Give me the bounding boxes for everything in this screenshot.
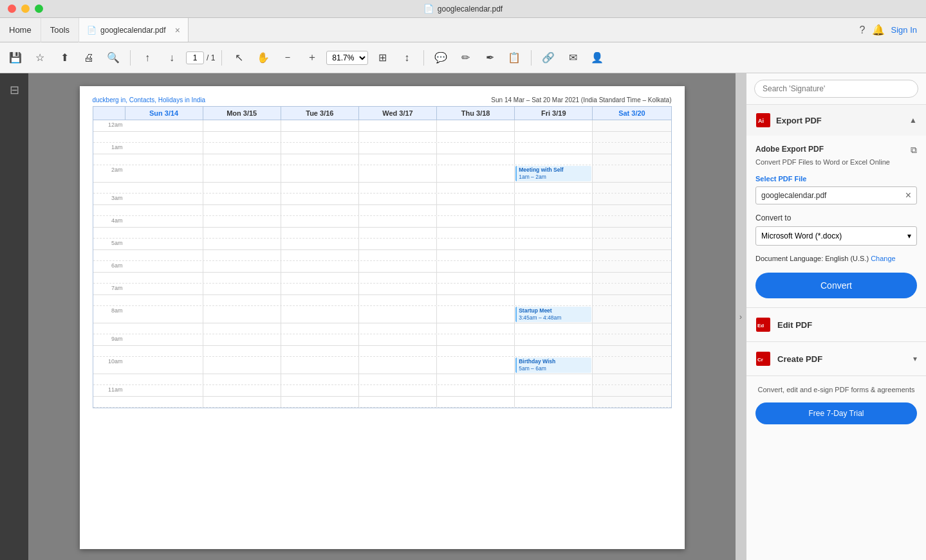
- panel-collapse-button[interactable]: ›: [736, 73, 746, 560]
- zoom-in-button[interactable]: ＋: [302, 48, 322, 68]
- signature-search-input[interactable]: [754, 80, 918, 98]
- comment-button[interactable]: 💬: [431, 48, 451, 68]
- calendar-cell: [437, 284, 515, 294]
- day-header-fri: Fri 3/19: [515, 107, 593, 120]
- calendar-cell: [281, 261, 359, 272]
- calendar-cell: [359, 143, 437, 154]
- calendar-cell: [359, 194, 437, 204]
- selected-filename: googlecalendar.pdf: [756, 187, 900, 204]
- pdf-viewer-area[interactable]: duckberg in, Contacts, Holidays in India…: [28, 73, 736, 560]
- calendar-cell: [281, 194, 359, 204]
- calendar-event[interactable]: Birthday Wish5am – 6am: [515, 357, 591, 373]
- calendar-cell: [359, 239, 437, 249]
- calendar-cell: [203, 165, 281, 182]
- calendar-cell: Meeting with Self1am – 2am: [515, 165, 593, 182]
- notification-icon[interactable]: 🔔: [872, 24, 885, 36]
- change-language-link[interactable]: Change: [871, 255, 896, 262]
- calendar-link-text: duckberg in, Contacts, Holidays in India: [93, 96, 206, 104]
- stamp-button[interactable]: 📋: [504, 48, 524, 68]
- calendar-cell: [125, 228, 203, 238]
- prev-page-button[interactable]: ↑: [137, 48, 158, 68]
- edit-text-button[interactable]: ✒: [479, 48, 500, 68]
- home-nav[interactable]: Home: [0, 18, 41, 42]
- free-trial-button[interactable]: Free 7-Day Trial: [755, 402, 917, 424]
- next-page-button[interactable]: ↓: [162, 48, 182, 68]
- calendar-cell: [515, 273, 593, 283]
- time-label: [93, 273, 125, 283]
- pencil-button[interactable]: ✏: [455, 48, 476, 68]
- calendar-cell: [125, 239, 203, 249]
- calendar-cell: [515, 216, 593, 227]
- calendar-cell: [437, 346, 515, 356]
- print-button[interactable]: 🖨: [79, 48, 99, 68]
- window-title: 📄 googlecalendar.pdf: [423, 4, 503, 14]
- time-label: [93, 183, 125, 193]
- calendar-header: duckberg in, Contacts, Holidays in India…: [93, 96, 672, 104]
- edit-pdf-section: Ed Edit PDF: [746, 308, 926, 342]
- fit-page-button[interactable]: ⊞: [372, 48, 393, 68]
- adobe-export-subtitle: Adobe Export PDF: [755, 145, 824, 154]
- bookmark-button[interactable]: ☆: [30, 48, 50, 68]
- tab-close-button[interactable]: ×: [175, 25, 180, 35]
- link-button[interactable]: 🔗: [538, 48, 559, 68]
- page-number-input[interactable]: [186, 51, 204, 64]
- calendar-cell: [203, 385, 281, 396]
- calendar-cell: [281, 295, 359, 305]
- calendar-cell: [593, 306, 671, 323]
- export-pdf-header[interactable]: Ai Export PDF ▲: [746, 105, 926, 136]
- thumbnails-nav[interactable]: ⊟: [3, 78, 26, 102]
- calendar-row: [93, 295, 671, 306]
- tab-filename: googlecalendar.pdf: [100, 26, 165, 35]
- calendar-cell: [593, 385, 671, 396]
- file-tab[interactable]: 📄 googlecalendar.pdf ×: [79, 18, 189, 42]
- calendar-event[interactable]: Startup Meet3:45am – 4:48am: [515, 307, 591, 322]
- calendar-cell: [203, 250, 281, 260]
- minimize-button[interactable]: [21, 5, 30, 13]
- clear-file-button[interactable]: ×: [900, 187, 916, 204]
- search-button[interactable]: 🔍: [103, 48, 124, 68]
- calendar-row: [93, 228, 671, 239]
- upload-button[interactable]: ⬆: [54, 48, 75, 68]
- calendar-cell: [125, 346, 203, 356]
- hand-tool-button[interactable]: ✋: [253, 48, 273, 68]
- calendar-cell: [437, 194, 515, 204]
- export-pdf-body: Adobe Export PDF ⧉ Convert PDF Files to …: [746, 136, 926, 307]
- calendar-cell: [515, 284, 593, 294]
- header-actions: ? 🔔 Sign In: [851, 18, 926, 42]
- calendar-cell: [203, 154, 281, 165]
- convert-to-select[interactable]: Microsoft Word (*.docx) ▾: [755, 226, 917, 246]
- calendar-event[interactable]: Meeting with Self1am – 2am: [515, 166, 591, 181]
- day-header-mon: Mon 3/15: [203, 107, 281, 120]
- calendar-cell: [359, 205, 437, 215]
- cursor-tool-button[interactable]: ↖: [228, 48, 249, 68]
- scroll-button[interactable]: ↕: [396, 48, 417, 68]
- copy-icon[interactable]: ⧉: [911, 145, 917, 156]
- svg-text:Cr: Cr: [757, 357, 763, 363]
- close-button[interactable]: [8, 5, 16, 13]
- maximize-button[interactable]: [35, 5, 43, 13]
- calendar-cell: [593, 154, 671, 165]
- zoom-select[interactable]: 81.7% 50% 75% 100% 125% 150%: [326, 51, 368, 65]
- calendar-cell: [281, 323, 359, 334]
- calendar-cell: [203, 273, 281, 283]
- calendar-cell: [515, 143, 593, 154]
- tools-nav[interactable]: Tools: [41, 18, 79, 42]
- separator-1: [130, 50, 131, 66]
- create-pdf-header[interactable]: Cr Create PDF ▾: [746, 342, 926, 375]
- time-label: 5am: [93, 239, 125, 249]
- user-button[interactable]: 👤: [587, 48, 607, 68]
- help-icon[interactable]: ?: [860, 24, 866, 36]
- calendar-row: 4am: [93, 216, 671, 228]
- edit-pdf-header[interactable]: Ed Edit PDF: [746, 308, 926, 341]
- email-button[interactable]: ✉: [562, 48, 583, 68]
- convert-button[interactable]: Convert: [755, 273, 917, 298]
- calendar-cell: [203, 194, 281, 204]
- save-button[interactable]: 💾: [5, 48, 26, 68]
- calendar-cell: [437, 143, 515, 154]
- time-label: [93, 323, 125, 334]
- sign-in-button[interactable]: Sign In: [891, 25, 917, 35]
- calendar-cell: [437, 273, 515, 283]
- separator-2: [221, 50, 222, 66]
- zoom-out-button[interactable]: －: [277, 48, 298, 68]
- time-label: 11am: [93, 385, 125, 396]
